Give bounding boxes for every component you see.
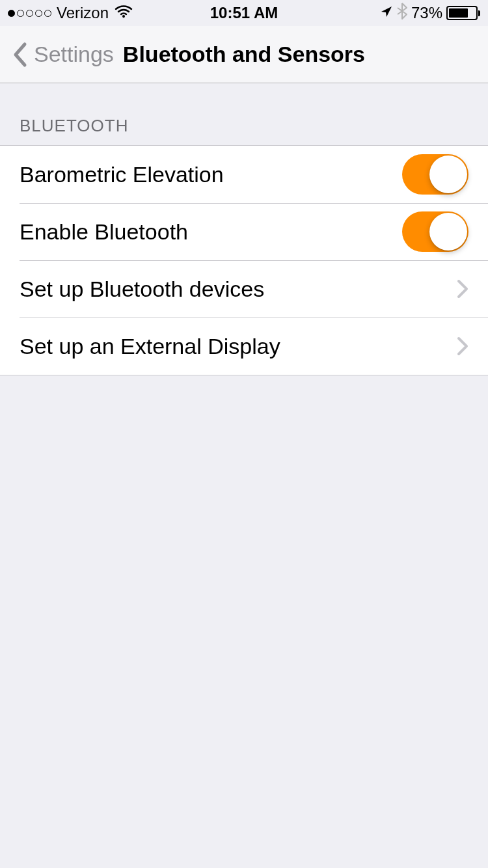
chevron-right-icon [457, 279, 468, 299]
back-label: Settings [34, 42, 114, 67]
settings-group: Barometric Elevation Enable Bluetooth Se… [0, 145, 488, 375]
barometric-elevation-toggle[interactable] [402, 154, 468, 195]
status-bar: Verizon 10:51 AM 73% [0, 0, 488, 26]
row-barometric-elevation: Barometric Elevation [0, 146, 488, 203]
battery-icon [446, 6, 480, 20]
carrier-label: Verizon [57, 4, 109, 22]
row-label: Barometric Elevation [20, 162, 224, 187]
row-label: Set up Bluetooth devices [20, 277, 264, 302]
row-setup-external-display[interactable]: Set up an External Display [0, 318, 488, 375]
row-label: Set up an External Display [20, 334, 280, 359]
back-button[interactable]: Settings [12, 42, 123, 68]
bluetooth-icon [397, 3, 407, 23]
status-left: Verizon [8, 4, 133, 22]
battery-percent: 73% [411, 4, 442, 22]
row-setup-bluetooth-devices[interactable]: Set up Bluetooth devices [0, 260, 488, 318]
wifi-icon [114, 4, 133, 22]
switch-knob [429, 156, 467, 193]
cellular-signal-icon [8, 10, 51, 17]
switch-knob [429, 213, 467, 251]
status-time: 10:51 AM [210, 4, 278, 22]
status-right: 73% [380, 3, 480, 23]
page-title: Bluetooth and Sensors [123, 42, 365, 67]
chevron-left-icon [12, 42, 29, 68]
enable-bluetooth-toggle[interactable] [402, 211, 468, 252]
nav-bar: Settings Bluetooth and Sensors [0, 26, 488, 83]
svg-point-0 [122, 15, 125, 18]
row-enable-bluetooth: Enable Bluetooth [0, 203, 488, 260]
section-header-bluetooth: Bluetooth [0, 83, 488, 145]
row-label: Enable Bluetooth [20, 219, 188, 245]
chevron-right-icon [457, 336, 468, 356]
location-icon [380, 4, 393, 22]
